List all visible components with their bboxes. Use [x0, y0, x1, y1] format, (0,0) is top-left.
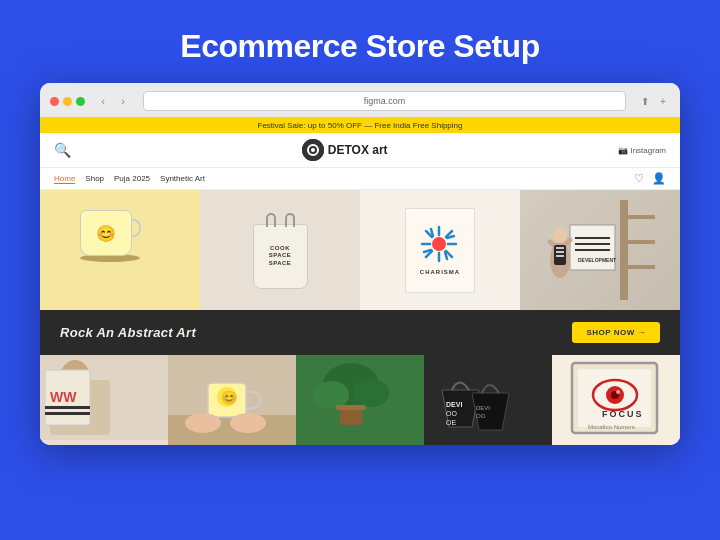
svg-text:DEVI: DEVI	[476, 405, 490, 411]
mug-emoji: 😊	[96, 224, 116, 243]
svg-text:OO: OO	[476, 413, 486, 419]
bottom-cell-1-svg: WW	[40, 355, 168, 440]
bottom-cell-1: WW	[40, 355, 168, 445]
browser-chrome: ‹ › figma.com ⬆ +	[40, 83, 680, 118]
mug-product: 😊	[80, 210, 160, 290]
add-tab-icon[interactable]: +	[656, 94, 670, 108]
svg-rect-52	[336, 405, 366, 410]
bottom-cell-3-svg	[296, 355, 424, 445]
svg-rect-20	[570, 225, 615, 270]
bottom-cell-2-svg: 😊	[168, 355, 296, 445]
svg-rect-39	[45, 412, 90, 415]
tote-bag-product: COOKSPACESPACE	[253, 224, 308, 289]
cell4-content: DEVELOPMENT	[520, 190, 680, 310]
browser-actions: ⬆ +	[638, 94, 670, 108]
svg-rect-38	[45, 406, 90, 409]
svg-point-50	[353, 379, 389, 407]
dot-yellow[interactable]	[63, 97, 72, 106]
forward-icon[interactable]: ›	[115, 93, 131, 109]
search-icon[interactable]: 🔍	[54, 142, 71, 158]
tote-handle-right	[285, 213, 295, 227]
store-header: 🔍 DETOX art 📷 Instagram	[40, 133, 680, 168]
bottom-product-grid: WW 😊	[40, 355, 680, 445]
svg-text:DEVELOPMENT: DEVELOPMENT	[578, 257, 616, 263]
charisma-poster: CHARISMA	[405, 208, 475, 293]
browser-dots	[50, 97, 85, 106]
store-logo: DETOX art	[302, 139, 388, 161]
svg-text:WW: WW	[50, 389, 77, 405]
mug-shape: 😊	[80, 210, 132, 256]
svg-point-2	[311, 148, 315, 152]
cta-text: Rock An Abstract Art	[60, 325, 196, 340]
browser-nav-icons: ‹ ›	[95, 93, 131, 109]
browser-window: ‹ › figma.com ⬆ + Festival Sale: up to 5…	[40, 83, 680, 445]
bottom-cell-4: DEVI OO OE DEVI OO	[424, 355, 552, 445]
bottom-cell-5: FOCUS Mocafico Numero	[552, 355, 680, 445]
tote-text: COOKSPACESPACE	[269, 245, 292, 267]
wishlist-icon[interactable]: ♡	[634, 172, 644, 185]
svg-point-26	[553, 227, 567, 243]
back-icon[interactable]: ‹	[95, 93, 111, 109]
logo-icon	[302, 139, 324, 161]
svg-point-49	[313, 381, 349, 409]
page-title: Ecommerce Store Setup	[180, 28, 539, 65]
dot-red[interactable]	[50, 97, 59, 106]
address-bar[interactable]: figma.com	[143, 91, 626, 111]
promo-bar: Festival Sale: up to 50% OFF — Free Indi…	[40, 118, 680, 133]
logo-svg	[302, 139, 324, 161]
charisma-sunburst	[420, 225, 460, 265]
svg-point-45	[185, 413, 221, 433]
address-text: figma.com	[364, 96, 406, 106]
bottom-cell-3	[296, 355, 424, 445]
store-nav-left: Home Shop Puja 2025 Synthetic Art	[54, 174, 205, 184]
account-icon[interactable]: 👤	[652, 172, 666, 185]
svg-rect-17	[620, 215, 655, 219]
bottom-cell-2: 😊	[168, 355, 296, 445]
hero-cell-1: 😊	[40, 190, 200, 310]
store-nav-right: ♡ 👤	[634, 172, 666, 185]
tote-bag: COOKSPACESPACE	[253, 224, 308, 289]
svg-text:OO: OO	[446, 410, 457, 417]
nav-item-puja[interactable]: Puja 2025	[114, 174, 150, 184]
hero-cell-2: COOKSPACESPACE	[200, 190, 360, 310]
svg-text:😊: 😊	[221, 389, 238, 406]
nav-item-synthetic[interactable]: Synthetic Art	[160, 174, 205, 184]
svg-text:OE: OE	[446, 419, 456, 426]
cta-section: Rock An Abstract Art SHOP NOW →	[40, 310, 680, 355]
svg-point-15	[432, 237, 446, 251]
woman-svg: DEVELOPMENT	[540, 190, 660, 310]
svg-rect-19	[620, 265, 655, 269]
sunburst-svg	[420, 225, 458, 263]
svg-text:DEVI: DEVI	[446, 401, 462, 408]
svg-point-46	[230, 413, 266, 433]
nav-item-shop[interactable]: Shop	[85, 174, 104, 184]
dot-green[interactable]	[76, 97, 85, 106]
shop-now-button[interactable]: SHOP NOW →	[572, 322, 660, 343]
store-nav: Home Shop Puja 2025 Synthetic Art ♡ 👤	[40, 168, 680, 190]
hero-grid: 😊 COOKSPACESPACE	[40, 190, 680, 310]
instagram-icon: 📷	[618, 146, 628, 155]
tote-handle-left	[266, 213, 276, 227]
mug-handle	[131, 219, 141, 237]
nav-item-home[interactable]: Home	[54, 174, 75, 184]
bottom-cell-5-svg: FOCUS Mocafico Numero	[552, 355, 680, 445]
svg-point-65	[616, 390, 620, 394]
hero-cell-3: CHARISMA	[360, 190, 520, 310]
instagram-label: Instagram	[630, 146, 666, 155]
share-icon[interactable]: ⬆	[638, 94, 652, 108]
instagram-link[interactable]: 📷 Instagram	[618, 146, 666, 155]
svg-text:FOCUS: FOCUS	[602, 409, 644, 419]
hero-cell-4: DEVELOPMENT	[520, 190, 680, 310]
logo-text: DETOX art	[328, 143, 388, 157]
charisma-label: CHARISMA	[420, 269, 460, 275]
svg-rect-18	[620, 240, 655, 244]
bottom-cell-4-svg: DEVI OO OE DEVI OO	[424, 355, 552, 445]
svg-text:Mocafico Numero: Mocafico Numero	[588, 424, 636, 430]
